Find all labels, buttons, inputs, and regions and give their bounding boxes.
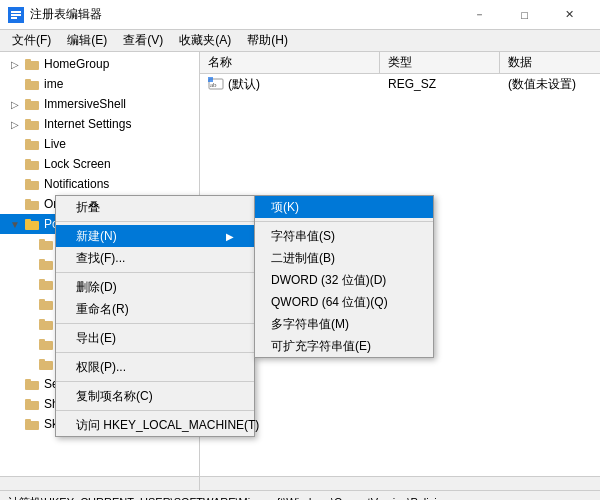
expand-skydrive <box>8 417 22 431</box>
svg-rect-41 <box>25 419 31 422</box>
ctx-rename[interactable]: 重命名(R) <box>56 298 254 320</box>
svg-rect-12 <box>25 141 39 150</box>
expand-internet[interactable]: ▷ <box>8 117 22 131</box>
folder-icon <box>24 77 40 91</box>
expand-homegroup[interactable]: ▷ <box>8 57 22 71</box>
svg-rect-32 <box>39 341 53 350</box>
tree-label: Live <box>44 137 66 151</box>
submenu-item-qword[interactable]: QWORD (64 位值)(Q) <box>255 291 433 313</box>
minimize-button[interactable]: － <box>457 0 502 30</box>
submenu-item-expandstring[interactable]: 可扩充字符串值(E) <box>255 335 433 357</box>
folder-icon <box>38 237 54 251</box>
col-name-header: 名称 <box>200 52 380 73</box>
svg-rect-20 <box>25 221 39 230</box>
expand-policies[interactable]: ▼ <box>8 217 22 231</box>
svg-rect-25 <box>39 259 45 262</box>
maximize-button[interactable]: □ <box>502 0 547 30</box>
tree-label: ime <box>44 77 63 91</box>
expand-child <box>22 337 36 351</box>
ctx-permissions[interactable]: 权限(P)... <box>56 356 254 378</box>
tree-item-internet-settings[interactable]: ▷ Internet Settings <box>0 114 199 134</box>
ctx-collapse[interactable]: 折叠 <box>56 196 254 218</box>
folder-icon <box>38 337 54 351</box>
tree-item-ime[interactable]: ime <box>0 74 199 94</box>
tree-item-live[interactable]: Live <box>0 134 199 154</box>
svg-rect-34 <box>39 361 53 370</box>
ctx-find[interactable]: 查找(F)... <box>56 247 254 269</box>
right-hscroll <box>200 477 600 490</box>
folder-icon <box>24 97 40 111</box>
ctx-sep-6 <box>56 410 254 411</box>
ctx-sep-4 <box>56 352 254 353</box>
svg-rect-38 <box>25 401 39 410</box>
expand-notifications <box>8 177 22 191</box>
svg-rect-35 <box>39 359 45 362</box>
svg-rect-13 <box>25 139 31 142</box>
svg-rect-18 <box>25 201 39 210</box>
svg-rect-3 <box>11 17 17 19</box>
ctx-delete[interactable]: 删除(D) <box>56 276 254 298</box>
svg-rect-6 <box>25 81 39 90</box>
ctx-copy-name[interactable]: 复制项名称(C) <box>56 385 254 407</box>
svg-rect-36 <box>25 381 39 390</box>
table-header: 名称 类型 数据 <box>200 52 600 74</box>
svg-rect-15 <box>25 159 31 162</box>
svg-text:ab: ab <box>210 81 217 89</box>
submenu-item-string[interactable]: 字符串值(S) <box>255 225 433 247</box>
col-data-header: 数据 <box>500 52 600 73</box>
menu-help[interactable]: 帮助(H) <box>239 30 296 51</box>
tree-label: HomeGroup <box>44 57 109 71</box>
expand-settingsync <box>8 377 22 391</box>
folder-icon <box>38 257 54 271</box>
svg-rect-17 <box>25 179 31 182</box>
folder-icon <box>24 157 40 171</box>
ctx-sep-5 <box>56 381 254 382</box>
folder-icon <box>38 357 54 371</box>
svg-rect-33 <box>39 339 45 342</box>
table-row[interactable]: ab (默认) REG_SZ (数值未设置) <box>200 74 600 94</box>
expand-child <box>22 317 36 331</box>
ctx-access-hklm[interactable]: 访问 HKEY_LOCAL_MACHINE(T) <box>56 414 254 436</box>
context-menu[interactable]: 折叠 新建(N) ▶ 查找(F)... 删除(D) 重命名(R) 导出(E) 权… <box>55 195 255 437</box>
expand-child <box>22 297 36 311</box>
ctx-sep-3 <box>56 323 254 324</box>
title-bar-buttons: － □ ✕ <box>457 0 592 30</box>
svg-rect-28 <box>39 301 53 310</box>
table-cell-data: (数值未设置) <box>500 74 600 94</box>
svg-rect-23 <box>39 239 45 242</box>
tree-item-immersiveshell[interactable]: ▷ ImmersiveShell <box>0 94 199 114</box>
svg-rect-37 <box>25 379 31 382</box>
ctx-new[interactable]: 新建(N) ▶ <box>56 225 254 247</box>
ctx-new-label: 新建(N) <box>76 228 117 245</box>
tree-item-homegroup[interactable]: ▷ HomeGroup <box>0 54 199 74</box>
folder-icon <box>24 177 40 191</box>
ctx-export[interactable]: 导出(E) <box>56 327 254 349</box>
tree-item-lock-screen[interactable]: Lock Screen <box>0 154 199 174</box>
folder-icon <box>24 137 40 151</box>
expand-immersive[interactable]: ▷ <box>8 97 22 111</box>
col-type-header: 类型 <box>380 52 500 73</box>
menu-favorites[interactable]: 收藏夹(A) <box>171 30 239 51</box>
close-button[interactable]: ✕ <box>547 0 592 30</box>
submenu[interactable]: 项(K) 字符串值(S) 二进制值(B) DWORD (32 位值)(D) QW… <box>254 195 434 358</box>
tree-label: Lock Screen <box>44 157 111 171</box>
svg-rect-14 <box>25 161 39 170</box>
menu-file[interactable]: 文件(F) <box>4 30 59 51</box>
svg-rect-24 <box>39 261 53 270</box>
submenu-item-binary[interactable]: 二进制值(B) <box>255 247 433 269</box>
title-bar: 注册表编辑器 － □ ✕ <box>0 0 600 30</box>
svg-rect-1 <box>11 11 21 13</box>
folder-icon <box>38 297 54 311</box>
svg-rect-27 <box>39 279 45 282</box>
menu-edit[interactable]: 编辑(E) <box>59 30 115 51</box>
folder-icon <box>24 397 40 411</box>
submenu-item-key[interactable]: 项(K) <box>255 196 433 218</box>
tree-label: ImmersiveShell <box>44 97 126 111</box>
expand-ime <box>8 77 22 91</box>
folder-icon <box>38 277 54 291</box>
submenu-item-dword[interactable]: DWORD (32 位值)(D) <box>255 269 433 291</box>
menu-view[interactable]: 查看(V) <box>115 30 171 51</box>
submenu-item-multistring[interactable]: 多字符串值(M) <box>255 313 433 335</box>
tree-item-notifications[interactable]: Notifications <box>0 174 199 194</box>
status-bar: 计算机\HKEY_CURRENT_USER\SOFTWARE\Microsoft… <box>0 490 600 500</box>
